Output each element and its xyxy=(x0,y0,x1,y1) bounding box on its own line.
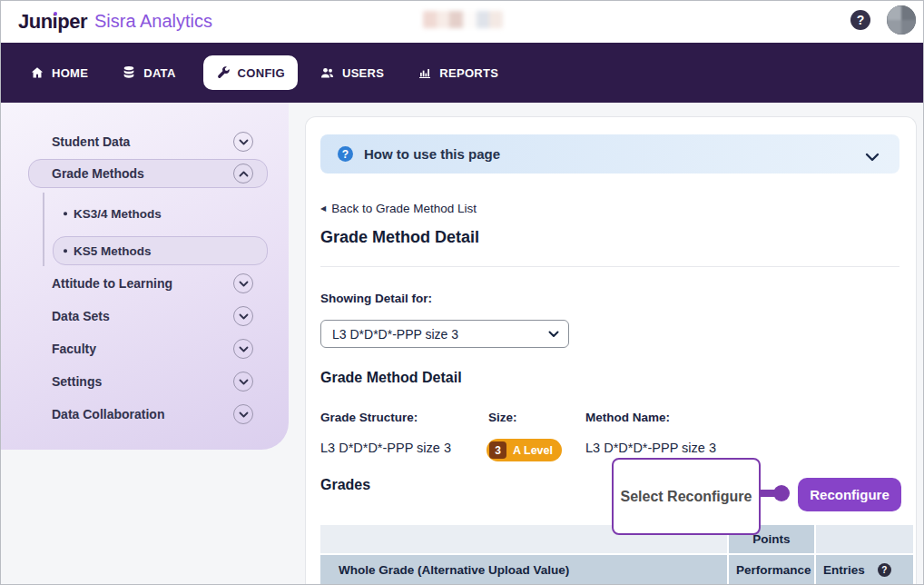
sidebar-item-grade-methods-label[interactable]: Grade Methods xyxy=(52,166,144,181)
question-circle-icon: ? xyxy=(338,146,353,162)
size-label: Size: xyxy=(488,411,517,424)
back-arrow-icon: ◀ xyxy=(320,204,326,213)
sidebar-item-data-sets[interactable]: Data Sets xyxy=(52,309,110,323)
chevron-down-icon[interactable] xyxy=(233,404,253,424)
chevron-down-icon[interactable] xyxy=(233,306,253,326)
bar-chart-icon xyxy=(418,65,432,80)
help-icon[interactable]: ? xyxy=(850,10,870,30)
chevron-down-icon[interactable] xyxy=(865,149,880,165)
help-banner[interactable]: ? How to use this page xyxy=(320,134,899,174)
bullet-icon xyxy=(64,212,67,215)
chevron-down-icon[interactable] xyxy=(233,339,253,359)
app-header: Juniper Sisra Analytics ? xyxy=(0,0,924,43)
chevron-down-icon[interactable] xyxy=(233,273,253,293)
col-entries: Entries? xyxy=(816,555,913,585)
main-content-card: ? How to use this page ◀Back to Grade Me… xyxy=(305,116,917,585)
annotation-connector-dot xyxy=(773,485,790,501)
reconfigure-button[interactable]: Reconfigure xyxy=(798,478,901,511)
home-icon xyxy=(30,65,44,80)
database-icon xyxy=(122,65,136,80)
nav-item-data[interactable]: DATA xyxy=(122,65,175,80)
users-icon xyxy=(319,65,335,80)
method-name-label: Method Name: xyxy=(585,411,670,424)
method-select[interactable]: L3 D*D*D*-PPP size 3 xyxy=(320,320,569,348)
redacted-school-name xyxy=(423,11,503,28)
divider xyxy=(320,266,899,267)
sidebar-item-ks34-methods[interactable]: KS3/4 Methods xyxy=(74,207,162,221)
chevron-up-icon[interactable] xyxy=(233,164,253,183)
annotation-select-reconfigure: Select Reconfigure xyxy=(612,458,761,535)
size-badge-number: 3 xyxy=(489,441,506,459)
col-whole-grade: Whole Grade (Alternative Upload Value) xyxy=(320,555,729,585)
page-title: Grade Method Detail xyxy=(320,228,479,247)
nav-item-home[interactable]: HOME xyxy=(30,65,88,80)
sidebar-subtree-line xyxy=(43,193,44,266)
brand-logo[interactable]: Juniper Sisra Analytics xyxy=(18,0,212,43)
bullet-icon xyxy=(64,249,67,253)
sidebar-item-settings[interactable]: Settings xyxy=(52,374,102,389)
sidebar-item-data-collaboration[interactable]: Data Collaboration xyxy=(52,407,164,421)
sidebar-item-faculty[interactable]: Faculty xyxy=(52,342,96,356)
grade-structure-value: L3 D*D*D*-PPP size 3 xyxy=(320,441,451,455)
sidebar-item-student-data[interactable]: Student Data xyxy=(52,134,130,149)
table-header-row-columns: Whole Grade (Alternative Upload Value) P… xyxy=(320,555,913,585)
brand-i-dot xyxy=(54,12,58,16)
col-performance: Performance xyxy=(729,555,816,585)
sidebar-item-attitude-to-learning[interactable]: Attitude to Learning xyxy=(52,276,172,291)
method-name-value: L3 D*D*D*-PPP size 3 xyxy=(585,441,716,455)
nav-item-config[interactable]: CONFIG xyxy=(203,55,298,90)
chevron-down-icon[interactable] xyxy=(233,372,253,392)
avatar-image xyxy=(887,5,916,35)
avatar[interactable] xyxy=(887,5,916,35)
chevron-down-icon[interactable] xyxy=(233,132,253,152)
chevron-down-icon xyxy=(548,331,559,338)
brand-name: Juniper xyxy=(18,10,87,34)
sidebar: Student Data Grade Methods KS3/4 Methods… xyxy=(0,103,289,450)
grades-section-title: Grades xyxy=(320,477,370,493)
nav-item-reports[interactable]: REPORTS xyxy=(418,65,498,80)
nav-item-users[interactable]: USERS xyxy=(319,65,384,80)
size-badge: 3 A Level xyxy=(487,439,562,461)
showing-detail-label: Showing Detail for: xyxy=(320,292,432,305)
back-link[interactable]: ◀Back to Grade Method List xyxy=(320,202,477,215)
main-nav: HOME DATA CONFIG USERS REPORTS xyxy=(0,43,924,103)
wrench-icon xyxy=(216,65,231,80)
detail-section-title: Grade Method Detail xyxy=(320,370,462,386)
sidebar-item-ks5-methods-label[interactable]: KS5 Methods xyxy=(74,244,152,258)
product-name: Sisra Analytics xyxy=(94,11,212,32)
entries-help-icon[interactable]: ? xyxy=(878,563,891,577)
grade-structure-label: Grade Structure: xyxy=(320,411,418,424)
size-badge-label: A Level xyxy=(513,444,553,457)
help-banner-label: How to use this page xyxy=(364,146,500,162)
